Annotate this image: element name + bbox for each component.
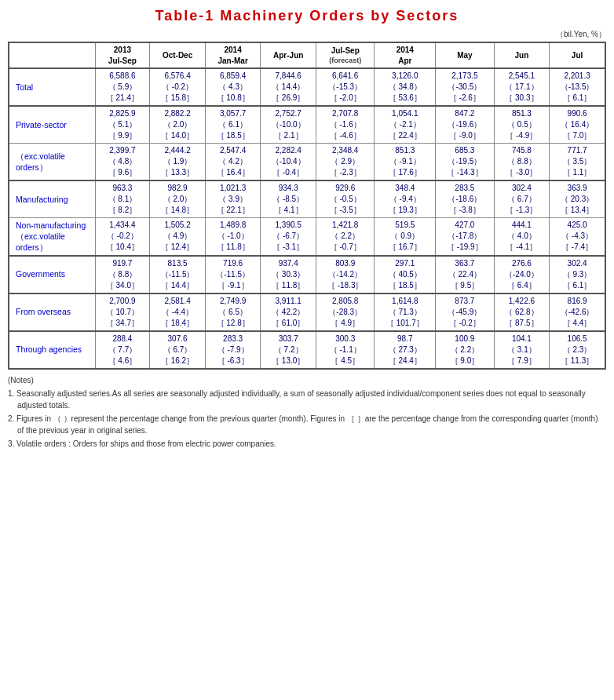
data-cell: 2,581.4 （ -4.4） ［ 18.4］ <box>150 293 206 331</box>
data-cell: 303.7 （ 7.2） ［ 13.0］ <box>261 331 316 369</box>
data-cell: 2,700.9 （ 10.7） ［ 34.7］ <box>95 293 150 331</box>
data-cell: 6,641.6 （-15.3） ［ -2.0］ <box>316 68 375 106</box>
data-cell: 816.9 （-42.6） ［ 4.4］ <box>550 293 605 331</box>
data-cell: 937.4 （ 30.3） ［ 11.8］ <box>261 256 316 293</box>
data-cell: 851.3 （ -9.1） ［ 17.6］ <box>375 144 436 181</box>
col-header-2014: 2014Apr <box>375 42 436 68</box>
data-cell: 1,421.8 （ 2.2） ［ -0.7］ <box>316 218 375 256</box>
data-cell: 1,614.8 （ 71.3） ［ 101.7］ <box>375 293 436 331</box>
table-row: Through agencies288.4 （ 7.7） ［ 4.6］307.6… <box>9 331 605 369</box>
data-cell: 982.9 （ 2.0） ［ 14.8］ <box>150 180 206 218</box>
data-cell: 2,399.7 （ 4.8） ［ 9.6］ <box>95 144 150 181</box>
data-cell: 719.6 （-11.5） ［ -9.1］ <box>205 256 261 293</box>
table-row: Total6,588.6 （ 5.9） ［ 21.4］6,576.4 （ -0.… <box>9 68 605 106</box>
data-cell: 283.5 （-18.6） ［ -3.8］ <box>436 180 495 218</box>
row-label: Manufacturing <box>9 180 95 218</box>
table-row: Non-manufacturing （exc.volatile orders）1… <box>9 218 605 256</box>
data-cell: 934.3 （ -8.5） ［ 4.1］ <box>261 180 316 218</box>
data-cell: 2,444.2 （ 1.9） ［ 13.3］ <box>150 144 206 181</box>
data-cell: 2,348.4 （ 2.9） ［ -2.3］ <box>316 144 375 181</box>
data-cell: 1,054.1 （ -2.1） ［ 22.4］ <box>375 106 436 144</box>
data-cell: 302.4 （ 9.3） ［ 6.1］ <box>550 256 605 293</box>
row-label: Through agencies <box>9 331 95 369</box>
data-cell: 276.6 （-24.0） ［ 6.4］ <box>494 256 550 293</box>
data-cell: 685.3 （-19.5） ［ -14.3］ <box>436 144 495 181</box>
row-label: Non-manufacturing （exc.volatile orders） <box>9 218 95 256</box>
page-title: Table-1 Machinery Orders by Sectors <box>8 8 606 24</box>
table-row: Manufacturing963.3 （ 8.1） ［ 8.2］982.9 （ … <box>9 180 605 218</box>
table-row: From overseas2,700.9 （ 10.7） ［ 34.7］2,58… <box>9 293 605 331</box>
data-cell: 847.2 （-19.6） ［ -9.0］ <box>436 106 495 144</box>
data-cell: 1,390.5 （ -6.7） ［ -3.1］ <box>261 218 316 256</box>
row-label: Private-sector <box>9 106 95 144</box>
data-cell: 6,576.4 （ -0.2） ［ 15.8］ <box>150 68 206 106</box>
data-cell: 990.6 （ 16.4） ［ 7.0］ <box>550 106 605 144</box>
col-header-2013q3: 2013Jul-Sep <box>95 42 150 68</box>
data-cell: 425.0 （ -4.3） ［ -7.4］ <box>550 218 605 256</box>
data-cell: 813.5 （-11.5） ［ 14.4］ <box>150 256 206 293</box>
data-cell: 3,126.0 （ 34.8） ［ 53.6］ <box>375 68 436 106</box>
col-header-jun: Jun <box>494 42 550 68</box>
col-header-may: May <box>436 42 495 68</box>
data-cell: 302.4 （ 6.7） ［ -1.3］ <box>494 180 550 218</box>
data-cell: 2,707.8 （ -1.6） ［ -4.6］ <box>316 106 375 144</box>
col-header-oct-dec: Oct-Dec <box>150 42 206 68</box>
data-cell: 963.3 （ 8.1） ［ 8.2］ <box>95 180 150 218</box>
col-header-apr-jun: Apr-Jun <box>261 42 316 68</box>
row-label: Governments <box>9 256 95 293</box>
data-cell: 2,201.3 （-13.5） ［ 6.1］ <box>550 68 605 106</box>
data-cell: 104.1 （ 3.1） ［ 7.9］ <box>494 331 550 369</box>
data-cell: 2,545.1 （ 17.1） ［ 30.3］ <box>494 68 550 106</box>
data-cell: 297.1 （ 40.5） ［ 18.5］ <box>375 256 436 293</box>
row-label: From overseas <box>9 293 95 331</box>
data-cell: 363.7 （ 22.4） ［ 9.5］ <box>436 256 495 293</box>
data-cell: 2,882.2 （ 2.0） ［ 14.0］ <box>150 106 206 144</box>
note-item-1: 1. Seasonally adjusted series.As all ser… <box>8 388 606 411</box>
data-cell: 2,805.8 （-28.3） ［ 4.9］ <box>316 293 375 331</box>
data-cell: 7,844.6 （ 14.4） ［ 26.9］ <box>261 68 316 106</box>
data-cell: 2,752.7 （-10.0） ［ 2.1］ <box>261 106 316 144</box>
data-cell: 745.8 （ 8.8） ［ -3.0］ <box>494 144 550 181</box>
data-cell: 1,505.2 （ 4.9） ［ 12.4］ <box>150 218 206 256</box>
data-cell: 929.6 （ -0.5） ［ -3.5］ <box>316 180 375 218</box>
data-cell: 2,173.5 （-30.5） ［ -2.6］ <box>436 68 495 106</box>
notes-section: (Notes) 1. Seasonally adjusted series.As… <box>8 374 606 450</box>
data-cell: 3,057.7 （ 6.1） ［ 18.5］ <box>205 106 261 144</box>
unit-note: （bil.Yen, %） <box>8 29 606 40</box>
table-row: （exc.volatile orders）2,399.7 （ 4.8） ［ 9.… <box>9 144 605 181</box>
data-cell: 300.3 （ -1.1） ［ 4.5］ <box>316 331 375 369</box>
data-cell: 1,021.3 （ 3.9） ［ 22.1］ <box>205 180 261 218</box>
col-header-2014q1: 2014Jan-Mar <box>205 42 261 68</box>
data-cell: 348.4 （ -9.4） ［ 19.3］ <box>375 180 436 218</box>
data-cell: 919.7 （ 8.8） ［ 34.0］ <box>95 256 150 293</box>
data-cell: 2,749.9 （ 6.5） ［ 12.8］ <box>205 293 261 331</box>
data-cell: 519.5 （ 0.9） ［ 16.7］ <box>375 218 436 256</box>
note-item-2: 2. Figures in （ ）represent the percentag… <box>8 413 606 436</box>
data-cell: 100.9 （ 2.2） ［ 9.0］ <box>436 331 495 369</box>
data-cell: 307.6 （ 6.7） ［ 16.2］ <box>150 331 206 369</box>
data-cell: 283.3 （ -7.9） ［ -6.3］ <box>205 331 261 369</box>
col-header-jul-sep: Jul-Sep(forecast) <box>316 42 375 68</box>
data-cell: 363.9 （ 20.3） ［ 13.4］ <box>550 180 605 218</box>
data-cell: 6,859.4 （ 4.3） ［ 10.8］ <box>205 68 261 106</box>
data-cell: 106.5 （ 2.3） ［ 11.3］ <box>550 331 605 369</box>
main-table: 2013Jul-Sep Oct-Dec 2014Jan-Mar Apr-Jun … <box>8 42 606 370</box>
data-cell: 803.9 （-14.2） ［ -18.3］ <box>316 256 375 293</box>
row-label: （exc.volatile orders） <box>9 144 95 181</box>
data-cell: 2,825.9 （ 5.1） ［ 9.9］ <box>95 106 150 144</box>
data-cell: 2,282.4 （-10.4） ［ -0.4］ <box>261 144 316 181</box>
data-cell: 288.4 （ 7.7） ［ 4.6］ <box>95 331 150 369</box>
row-label: Total <box>9 68 95 106</box>
col-header-jul: Jul <box>550 42 605 68</box>
data-cell: 427.0 （-17.8） ［ -19.9］ <box>436 218 495 256</box>
data-cell: 444.1 （ 4.0） ［ -4.1］ <box>494 218 550 256</box>
data-cell: 1,489.8 （ -1.0） ［ 11.8］ <box>205 218 261 256</box>
table-row: Governments919.7 （ 8.8） ［ 34.0］813.5 （-1… <box>9 256 605 293</box>
data-cell: 2,547.4 （ 4.2） ［ 16.4］ <box>205 144 261 181</box>
data-cell: 98.7 （ 27.3） ［ 24.4］ <box>375 331 436 369</box>
header-row: 2013Jul-Sep Oct-Dec 2014Jan-Mar Apr-Jun … <box>9 42 605 68</box>
col-header-0 <box>9 42 95 68</box>
data-cell: 771.7 （ 3.5） ［ 1.1］ <box>550 144 605 181</box>
data-cell: 873.7 （-45.9） ［ -0.2］ <box>436 293 495 331</box>
data-cell: 1,422.6 （ 62.8） ［ 87.5］ <box>494 293 550 331</box>
